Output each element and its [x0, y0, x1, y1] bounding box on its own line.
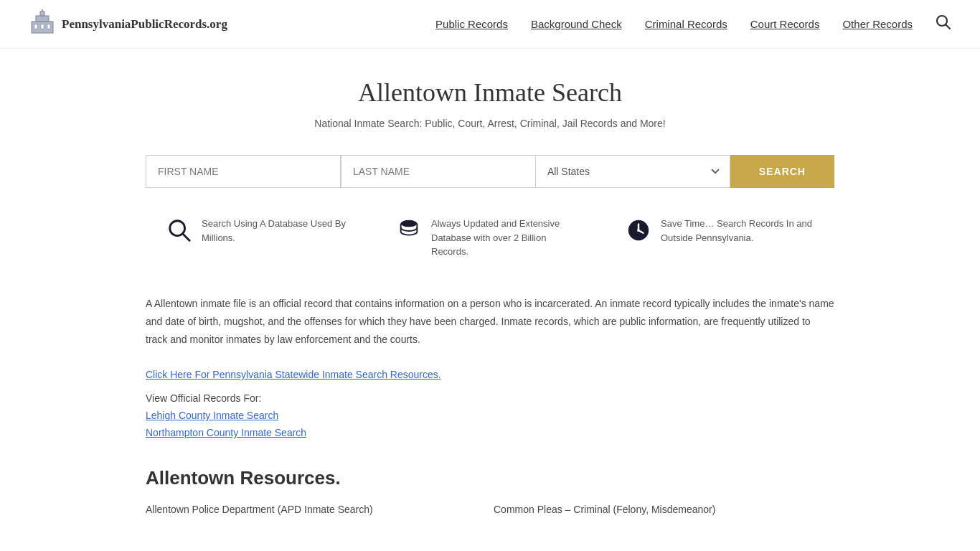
- view-records-label: View Official Records For:: [146, 392, 834, 404]
- main-content: Allentown Inmate Search National Inmate …: [131, 49, 849, 551]
- page-title: Allentown Inmate Search: [146, 77, 834, 108]
- nav-criminal-records[interactable]: Criminal Records: [645, 18, 727, 30]
- last-name-input[interactable]: [341, 155, 536, 188]
- county-links: Lehigh County Inmate Search Northampton …: [146, 410, 834, 438]
- main-nav: Public Records Background Check Criminal…: [435, 14, 951, 34]
- svg-line-11: [184, 235, 189, 241]
- statewide-link[interactable]: Click Here For Pennsylvania Statewide In…: [146, 369, 441, 380]
- resources-grid: Allentown Police Department (APD Inmate …: [146, 504, 834, 515]
- lehigh-county-link[interactable]: Lehigh County Inmate Search: [146, 410, 834, 421]
- nav-other-records[interactable]: Other Records: [842, 18, 913, 30]
- features-row: Search Using A Database Used By Millions…: [146, 217, 834, 259]
- clock-icon: [626, 218, 651, 248]
- nav-background-check[interactable]: Background Check: [531, 18, 622, 30]
- svg-point-10: [170, 221, 185, 236]
- svg-rect-3: [34, 24, 37, 29]
- page-subtitle: National Inmate Search: Public, Court, A…: [146, 118, 834, 129]
- svg-rect-2: [40, 11, 44, 16]
- search-icon-button[interactable]: [936, 14, 951, 34]
- northampton-county-link[interactable]: Northampton County Inmate Search: [146, 427, 834, 438]
- svg-point-12: [401, 220, 418, 227]
- svg-rect-1: [36, 16, 49, 22]
- nav-court-records[interactable]: Court Records: [750, 18, 820, 30]
- feature-database: Always Updated and Extensive Database wi…: [397, 217, 583, 259]
- description-text: A Allentown inmate file is an official r…: [146, 295, 834, 349]
- svg-rect-4: [41, 24, 44, 29]
- state-select[interactable]: All StatesAlabamaAlaskaArizonaArkansasCa…: [536, 155, 730, 188]
- first-name-input[interactable]: [146, 155, 341, 188]
- database-icon: [397, 218, 421, 248]
- feature-database-text: Always Updated and Extensive Database wi…: [431, 217, 583, 259]
- feature-search: Search Using A Database Used By Millions…: [167, 217, 354, 248]
- search-form: All StatesAlabamaAlaskaArizonaArkansasCa…: [146, 155, 834, 188]
- logo-text: PennsylvaniaPublicRecords.org: [62, 17, 227, 32]
- search-button[interactable]: SEARCH: [730, 155, 834, 188]
- site-header: PennsylvaniaPublicRecords.org Public Rec…: [0, 0, 980, 49]
- site-logo[interactable]: PennsylvaniaPublicRecords.org: [29, 9, 227, 39]
- feature-search-text: Search Using A Database Used By Millions…: [202, 217, 354, 245]
- resource-item-left: Allentown Police Department (APD Inmate …: [146, 504, 486, 515]
- building-icon: [29, 9, 56, 39]
- nav-public-records[interactable]: Public Records: [435, 18, 508, 30]
- svg-point-16: [637, 229, 640, 232]
- svg-rect-5: [47, 24, 50, 29]
- svg-line-9: [946, 25, 951, 29]
- resources-title: Allentown Resources.: [146, 467, 834, 489]
- feature-time: Save Time… Search Records In and Outside…: [626, 217, 813, 248]
- resource-item-right: Common Pleas – Criminal (Felony, Misdeme…: [494, 504, 834, 515]
- magnifier-icon: [167, 218, 192, 248]
- feature-time-text: Save Time… Search Records In and Outside…: [661, 217, 813, 245]
- svg-point-7: [42, 9, 43, 11]
